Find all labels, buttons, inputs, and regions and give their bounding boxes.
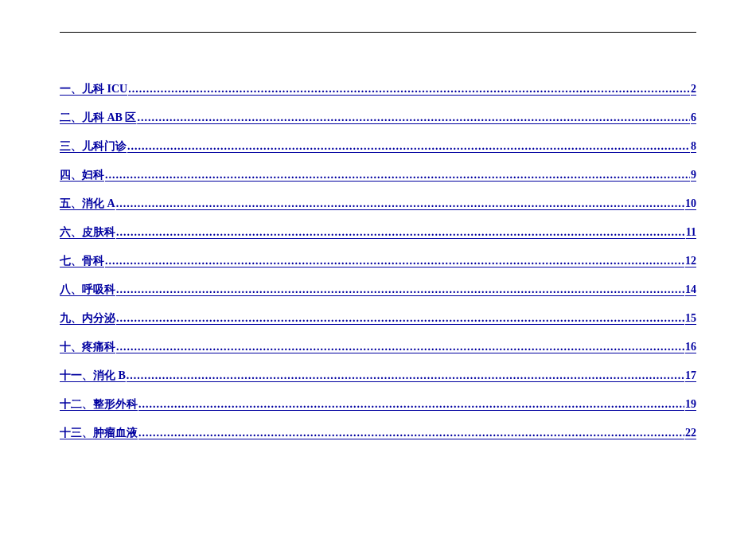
- toc-entry-page: 15: [685, 312, 696, 325]
- toc-entry-label: 五、消化 A: [60, 197, 115, 211]
- toc-entry[interactable]: 九、内分泌 15: [60, 311, 696, 326]
- toc-entry[interactable]: 十一、消化 B 17: [60, 369, 696, 383]
- toc-leader-dots: [105, 169, 690, 182]
- toc-entry-label: 二、儿科 AB 区: [60, 111, 136, 125]
- toc-leader-dots: [116, 283, 684, 296]
- toc-entry-label: 十三、肿瘤血液: [60, 426, 138, 440]
- toc-entry-page: 19: [685, 398, 696, 411]
- toc-leader-dots: [138, 427, 684, 439]
- toc-entry-label: 七、骨科: [60, 254, 104, 268]
- toc-leader-dots: [127, 140, 690, 153]
- toc-entry[interactable]: 四、妇科 9: [60, 168, 696, 182]
- toc-entry[interactable]: 六、皮肤科 11: [60, 225, 696, 240]
- toc-entry-page: 11: [686, 226, 696, 239]
- toc-entry[interactable]: 八、呼吸科 14: [60, 283, 696, 297]
- toc-entry-label: 十一、消化 B: [60, 369, 126, 383]
- toc-leader-dots: [105, 255, 684, 268]
- toc-leader-dots: [138, 398, 684, 411]
- toc-entry-label: 四、妇科: [60, 168, 104, 182]
- toc-leader-dots: [137, 111, 690, 124]
- page-container: 一、儿科 ICU 2 二、儿科 AB 区 6 三、儿科门诊 8 四、妇科 9 五…: [0, 0, 756, 440]
- toc-leader-dots: [116, 226, 685, 239]
- toc-entry[interactable]: 十、疼痛科 16: [60, 340, 696, 354]
- toc-entry[interactable]: 五、消化 A 10: [60, 197, 696, 211]
- toc-entry-page: 22: [685, 427, 696, 439]
- toc-entry-label: 一、儿科 ICU: [60, 82, 127, 96]
- toc-leader-dots: [127, 369, 684, 382]
- toc-entry-label: 十、疼痛科: [60, 340, 115, 354]
- toc-leader-dots: [128, 83, 690, 96]
- toc-entry-label: 九、内分泌: [60, 311, 115, 326]
- toc-entry-label: 八、呼吸科: [60, 283, 115, 297]
- toc-entry[interactable]: 十二、整形外科 19: [60, 397, 696, 412]
- toc-entry[interactable]: 一、儿科 ICU 2: [60, 82, 696, 96]
- toc-entry-label: 六、皮肤科: [60, 225, 115, 240]
- toc-entry-page: 14: [685, 283, 696, 296]
- toc-entry-page: 16: [685, 341, 696, 353]
- toc-entry[interactable]: 三、儿科门诊 8: [60, 139, 696, 154]
- toc-entry[interactable]: 二、儿科 AB 区 6: [60, 111, 696, 125]
- toc-entry-label: 三、儿科门诊: [60, 139, 127, 154]
- header-rule: [60, 32, 696, 33]
- toc-leader-dots: [116, 312, 684, 325]
- table-of-contents: 一、儿科 ICU 2 二、儿科 AB 区 6 三、儿科门诊 8 四、妇科 9 五…: [60, 82, 696, 440]
- toc-entry-page: 2: [691, 83, 696, 96]
- toc-entry-page: 9: [691, 169, 696, 182]
- toc-entry[interactable]: 七、骨科 12: [60, 254, 696, 268]
- toc-entry-label: 十二、整形外科: [60, 397, 138, 412]
- toc-leader-dots: [116, 197, 684, 210]
- toc-leader-dots: [116, 341, 684, 353]
- toc-entry-page: 8: [691, 140, 696, 153]
- toc-entry-page: 10: [685, 197, 696, 210]
- toc-entry[interactable]: 十三、肿瘤血液 22: [60, 426, 696, 440]
- toc-entry-page: 6: [691, 111, 696, 124]
- toc-entry-page: 12: [685, 255, 696, 268]
- toc-entry-page: 17: [685, 369, 696, 382]
